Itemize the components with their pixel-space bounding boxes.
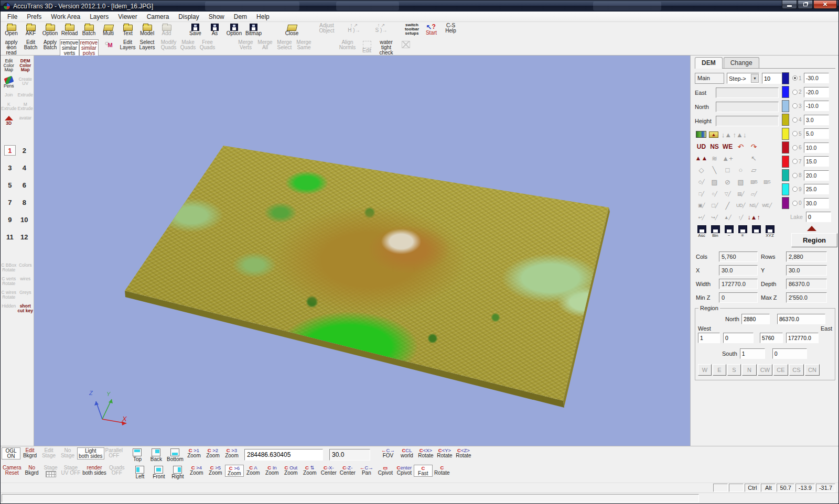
sidebar-tool[interactable]: Greys bbox=[19, 290, 31, 299]
menu-item[interactable]: Help bbox=[252, 12, 274, 21]
panel-tool-icon[interactable]: ↷ bbox=[747, 141, 760, 153]
restore-button[interactable] bbox=[798, 1, 813, 9]
region-direction-button[interactable]: CW bbox=[758, 364, 772, 376]
color-swatch[interactable] bbox=[782, 72, 789, 84]
ogl-on-button[interactable]: OGLON bbox=[2, 447, 20, 459]
zoom-button[interactable]: C >5Zoom bbox=[206, 465, 225, 476]
panel-tool-icon[interactable]: ▨B bbox=[747, 176, 760, 188]
region-direction-button[interactable]: CE bbox=[773, 364, 788, 376]
field-input[interactable] bbox=[719, 279, 758, 289]
toolbar-button[interactable] bbox=[99, 39, 118, 48]
sidebar-tool[interactable]: C BBox Rotate bbox=[1, 263, 17, 272]
elevation-value-input[interactable] bbox=[804, 73, 829, 83]
layer-button[interactable]: 9 bbox=[4, 214, 16, 225]
panel-tool-icon[interactable]: ▲╱ bbox=[721, 212, 734, 224]
menu-item[interactable]: Display bbox=[174, 12, 203, 21]
radio-button[interactable]: 0 bbox=[792, 200, 803, 206]
layer-button[interactable]: 5 bbox=[4, 180, 16, 190]
menu-item[interactable]: Layers bbox=[85, 12, 113, 21]
toolbar-button[interactable] bbox=[396, 39, 415, 48]
panel-tool-icon[interactable]: ○╱ bbox=[708, 188, 721, 200]
camera-button[interactable]: ←C→FOV bbox=[379, 447, 397, 458]
toolbar-button[interactable]: Close bbox=[282, 23, 302, 36]
panel-tool-icon[interactable]: ╱ bbox=[721, 200, 734, 212]
region-north-row-input[interactable] bbox=[741, 314, 770, 324]
region-west-value-input[interactable] bbox=[723, 333, 754, 343]
field-input[interactable] bbox=[719, 265, 758, 276]
field-input[interactable] bbox=[786, 265, 827, 276]
panel-tool-icon[interactable] bbox=[696, 131, 706, 138]
panel-tool-icon[interactable]: ▲ bbox=[709, 132, 718, 138]
panel-tool-icon[interactable]: ≋ bbox=[708, 152, 721, 165]
toolbar-button[interactable]: apply ⊕on read bbox=[2, 39, 21, 56]
export-button[interactable]: XYZ bbox=[763, 225, 777, 238]
toolbar-button[interactable]: AKF bbox=[21, 23, 40, 36]
bottom-toolbar-button[interactable]: StageUV OFF bbox=[60, 465, 82, 476]
view-button[interactable]: Back bbox=[147, 447, 166, 462]
toolbar-button[interactable]: Multi bbox=[99, 23, 118, 36]
color-swatch[interactable] bbox=[782, 86, 789, 98]
height-input[interactable] bbox=[716, 116, 779, 126]
panel-tool-icon[interactable]: NS bbox=[708, 141, 721, 153]
elevation-value-input[interactable] bbox=[804, 101, 829, 111]
elevation-value-input[interactable] bbox=[804, 156, 829, 167]
toolbar-button[interactable]: Text bbox=[118, 23, 137, 36]
coordinate-input[interactable] bbox=[244, 449, 323, 461]
camera-button[interactable]: ←C→Pan bbox=[357, 465, 376, 476]
region-direction-button[interactable]: CS bbox=[789, 364, 804, 376]
toolbar-button[interactable]: ↑ ↗H )→ bbox=[340, 23, 368, 33]
sidebar-tool[interactable]: Pens bbox=[4, 77, 14, 89]
step-value-input[interactable] bbox=[762, 73, 782, 84]
viewport-3d[interactable]: X Y Z bbox=[34, 56, 690, 446]
panel-tool-icon[interactable]: UD bbox=[695, 141, 708, 153]
toolbar-button[interactable]: Reload bbox=[60, 23, 79, 36]
camera-button[interactable]: CCLworld bbox=[397, 447, 416, 458]
layer-button[interactable]: 6 bbox=[18, 180, 30, 190]
radio-button[interactable]: 9 bbox=[792, 187, 803, 192]
toolbar-button[interactable]: Merge Verts bbox=[236, 39, 255, 50]
bottom-toolbar-button[interactable]: renderboth sides bbox=[81, 465, 107, 476]
panel-tool-icon[interactable]: ▤╱ bbox=[734, 188, 747, 200]
zoom-button[interactable]: C >2Zoom bbox=[203, 447, 222, 458]
toolbar-button[interactable]: Adjust Object bbox=[313, 23, 340, 34]
field-input[interactable] bbox=[786, 251, 827, 262]
sidebar-tool[interactable]: short cut key bbox=[17, 304, 34, 313]
panel-tool-icon[interactable]: ↪╱ bbox=[708, 212, 721, 224]
export-button[interactable]: ≡ bbox=[736, 225, 749, 238]
toolbar-button[interactable]: Merge Same bbox=[294, 39, 314, 50]
radio-button[interactable]: 3 bbox=[792, 103, 803, 109]
elevation-value-input[interactable] bbox=[804, 115, 829, 125]
menu-item[interactable]: Viewer bbox=[113, 12, 142, 21]
toolbar-button[interactable]: Option bbox=[40, 23, 60, 36]
region-east-col-input[interactable] bbox=[760, 333, 783, 343]
panel-tool-icon[interactable]: ▧ bbox=[734, 176, 747, 188]
sidebar-tool[interactable]: Create UV bbox=[17, 77, 34, 89]
panel-tool-icon[interactable]: ▱╱ bbox=[747, 188, 760, 200]
camera-button[interactable]: C-X-Center bbox=[319, 465, 338, 476]
color-swatch[interactable] bbox=[782, 156, 789, 168]
menu-item[interactable]: Show bbox=[204, 12, 229, 21]
region-south-value-input[interactable] bbox=[772, 348, 807, 359]
sidebar-tool[interactable]: wires bbox=[20, 277, 30, 286]
color-swatch[interactable] bbox=[782, 114, 789, 126]
export-button[interactable]: ~ bbox=[722, 225, 736, 238]
region-direction-button[interactable]: E bbox=[713, 364, 726, 376]
panel-tool-icon[interactable]: ▱ bbox=[747, 165, 760, 177]
panel-tool-icon[interactable]: ▨ bbox=[708, 176, 721, 188]
toolbar-button[interactable]: Edit Layers bbox=[118, 39, 137, 50]
radio-button[interactable]: 7 bbox=[792, 159, 803, 165]
panel-tool-icon[interactable]: ▲+ bbox=[721, 152, 734, 165]
toolbar-button[interactable]: ↑ ↗S )→ bbox=[368, 23, 395, 33]
view-button[interactable]: Bottom bbox=[166, 447, 185, 462]
toolbar-button[interactable]: As bbox=[205, 23, 224, 36]
bottom-toolbar-button[interactable]: EditBkgrd bbox=[20, 447, 39, 458]
elevation-value-input[interactable] bbox=[804, 198, 829, 209]
panel-tool-icon[interactable]: ○ bbox=[734, 165, 747, 177]
radio-button[interactable]: 5 bbox=[792, 131, 803, 137]
region-direction-button[interactable]: CN bbox=[805, 364, 820, 376]
region-direction-button[interactable]: W bbox=[698, 364, 712, 376]
radio-button[interactable]: 1 bbox=[792, 75, 803, 81]
region-button[interactable]: Region bbox=[791, 233, 837, 247]
panel-tool-icon[interactable]: ╲ bbox=[708, 165, 721, 177]
region-north-value-input[interactable] bbox=[777, 314, 825, 324]
